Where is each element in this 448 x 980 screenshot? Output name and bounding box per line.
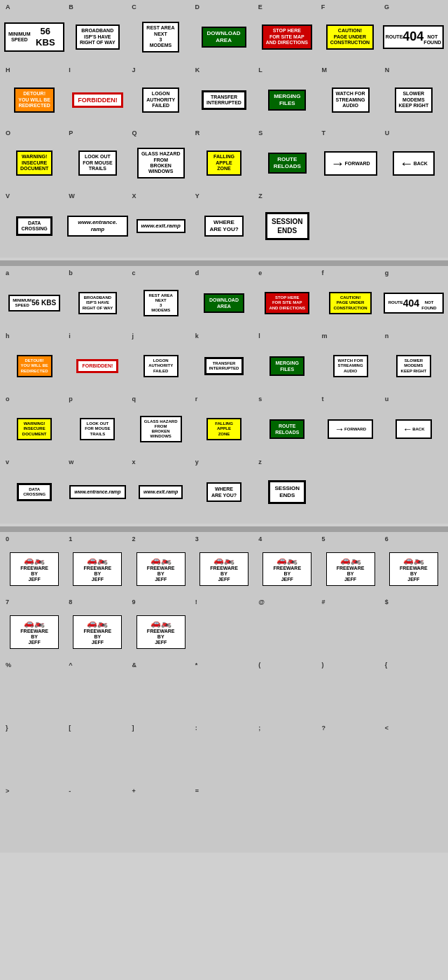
grid-cell[interactable]: 7 🚗🏍️ FREEWAREBYJEFF bbox=[3, 598, 66, 661]
grid-cell[interactable]: aMINIMUMSPEED56 KBS bbox=[3, 269, 66, 332]
grid-cell[interactable]: YWHEREARE YOU? bbox=[192, 192, 255, 255]
cell-label: T bbox=[321, 130, 326, 136]
grid-cell[interactable]: Wwww.entrance.ramp bbox=[66, 192, 129, 255]
cell-label: t bbox=[321, 396, 323, 402]
grid-cell[interactable]: nSLOWERMODEMSKEEP RIGHT bbox=[382, 332, 445, 395]
grid-cell[interactable]: ESTOP HEREFOR SITE MAPAND DIRECTIONS bbox=[255, 3, 318, 66]
sign-container: →FORWARD bbox=[320, 396, 380, 456]
grid-cell[interactable]: OWARNING!INSECUREDOCUMENT bbox=[3, 129, 66, 192]
grid-cell[interactable]: kTRANSFERINTERRUPTED bbox=[192, 332, 255, 395]
grid-cell[interactable]: hDETOUR!YOU WILL BEREDIRECTED bbox=[3, 332, 66, 395]
grid-cell[interactable]: NSLOWERMODEMSKEEP RIGHT bbox=[382, 66, 445, 129]
grid-cell: - bbox=[66, 787, 129, 850]
grid-cell[interactable]: oWARNING!INSECUREDOCUMENT bbox=[3, 395, 66, 458]
grid-cell[interactable]: eSTOP HEREFOR SITE MAPAND DIRECTIONS bbox=[255, 269, 318, 332]
grid-cell[interactable]: fCAUTION!PAGE UNDERCONSTRUCTION bbox=[318, 269, 382, 332]
grid-cell: ; bbox=[255, 724, 318, 787]
grid-cell[interactable]: 0 🚗🏍️ FREEWAREBYJEFF bbox=[3, 535, 66, 598]
grid-cell[interactable]: JLOGONAUTHORITYFAILED bbox=[130, 66, 192, 129]
grid-cell[interactable]: 8 🚗🏍️ FREEWAREBYJEFF bbox=[66, 598, 129, 661]
grid-cell[interactable]: SROUTERELOADS bbox=[255, 129, 318, 192]
sign-container: 🚗🏍️ FREEWAREBYJEFF bbox=[131, 599, 191, 659]
grid-cell[interactable]: lMERGINGFILES bbox=[255, 332, 318, 395]
grid-cell[interactable]: yWHEREARE YOU? bbox=[192, 458, 255, 521]
grid-cell[interactable]: KTRANSFERINTERRUPTED bbox=[192, 66, 255, 129]
grid-cell[interactable]: dDOWNLOADAREA bbox=[192, 269, 255, 332]
cell-label: C bbox=[132, 4, 136, 10]
grid-cell[interactable]: wwww.entrance.ramp bbox=[66, 458, 129, 521]
cell-label: E bbox=[258, 4, 262, 10]
grid-cell[interactable]: T→FORWARD bbox=[318, 129, 382, 192]
sign-container bbox=[67, 725, 127, 785]
sign-container: LOOK OUTFOR MOUSETRAILS bbox=[67, 130, 127, 190]
sign-container: CAUTION!PAGE UNDERCONSTRUCTION bbox=[320, 4, 380, 64]
grid-cell[interactable]: gROUTE404NOT FOUND bbox=[382, 269, 445, 332]
grid-cell[interactable]: zSESSIONENDS bbox=[255, 458, 318, 521]
cell-label: q bbox=[132, 396, 136, 402]
grid-cell[interactable]: U←BACK bbox=[382, 129, 445, 192]
grid-cell[interactable]: Xwww.exit.ramp bbox=[130, 192, 192, 255]
grid-cell[interactable]: vDATACROSSING bbox=[3, 458, 66, 521]
cell-label: J bbox=[132, 67, 136, 74]
grid-cell[interactable]: u←BACK bbox=[382, 395, 445, 458]
sign-container bbox=[194, 662, 254, 722]
grid-cell bbox=[382, 192, 445, 255]
grid-row: AMINIMUMSPEED56 KBSBBROADBANDISP'S HAVER… bbox=[3, 3, 445, 66]
grid-cell: } bbox=[3, 724, 66, 787]
cell-label: @ bbox=[258, 599, 265, 606]
grid-cell[interactable]: 4 🚗🏍️ FREEWAREBYJEFF bbox=[255, 535, 318, 598]
grid-cell: ^ bbox=[66, 661, 129, 724]
grid-cell[interactable]: MWATCH FORSTREAMINGAUDIO bbox=[318, 66, 382, 129]
grid-cell[interactable]: jLOGONAUTHORITYFAILED bbox=[130, 332, 192, 395]
grid-cell bbox=[382, 458, 445, 521]
grid-cell[interactable]: 9 🚗🏍️ FREEWAREBYJEFF bbox=[130, 598, 192, 661]
grid-cell[interactable]: t→FORWARD bbox=[318, 395, 382, 458]
grid-cell[interactable]: IFORBIDDEN! bbox=[66, 66, 129, 129]
grid-cell[interactable]: ZSESSIONENDS bbox=[255, 192, 318, 255]
sign-container bbox=[384, 193, 444, 253]
grid-cell[interactable]: 6 🚗🏍️ FREEWAREBYJEFF bbox=[382, 535, 445, 598]
grid-cell[interactable]: 5 🚗🏍️ FREEWAREBYJEFF bbox=[318, 535, 382, 598]
grid-cell[interactable]: DDOWNLOADAREA bbox=[192, 3, 255, 66]
cell-label: N bbox=[385, 67, 390, 74]
grid-cell[interactable]: mWATCH FORSTREAMINGAUDIO bbox=[318, 332, 382, 395]
grid-cell[interactable]: 2 🚗🏍️ FREEWAREBYJEFF bbox=[130, 535, 192, 598]
grid-cell[interactable]: qGLASS HAZARDFROMBROKENWINDOWS bbox=[130, 395, 192, 458]
cell-label: $ bbox=[385, 599, 388, 606]
grid-cell[interactable]: PLOOK OUTFOR MOUSETRAILS bbox=[66, 129, 129, 192]
grid-cell[interactable]: BBROADBANDISP'S HAVERIGHT OF WAY bbox=[66, 3, 129, 66]
sign-container: WARNING!INSECUREDOCUMENT bbox=[4, 130, 64, 190]
cell-label: 6 bbox=[385, 536, 388, 542]
sign-container bbox=[320, 788, 380, 848]
grid-cell[interactable]: VDATACROSSING bbox=[3, 192, 66, 255]
grid-cell[interactable]: CREST AREANEXT3MODEMS bbox=[129, 3, 192, 66]
grid-cell[interactable]: iFORBIDDEN! bbox=[66, 332, 129, 395]
grid-cell[interactable]: 3 🚗🏍️ FREEWAREBYJEFF bbox=[192, 535, 255, 598]
sign-container: TRANSFERINTERRUPTED bbox=[194, 67, 254, 127]
cell-label: F bbox=[321, 4, 326, 10]
grid-row: VDATACROSSINGWwww.entrance.rampXwww.exit… bbox=[3, 192, 445, 255]
grid-cell bbox=[382, 787, 445, 850]
grid-cell: ! bbox=[192, 598, 255, 661]
grid-cell[interactable]: LMERGINGFILES bbox=[255, 66, 318, 129]
cell-label: V bbox=[6, 193, 10, 200]
grid-cell[interactable]: RFALLINGAPPLEZONE bbox=[192, 129, 255, 192]
grid-cell: @ bbox=[255, 598, 318, 661]
grid-cell[interactable]: QGLASS HAZARDFROMBROKENWINDOWS bbox=[130, 129, 192, 192]
grid-cell[interactable]: GROUTE404NOT FOUND bbox=[382, 3, 445, 66]
grid-cell[interactable]: FCAUTION!PAGE UNDERCONSTRUCTION bbox=[318, 3, 382, 66]
grid-cell[interactable]: xwww.exit.ramp bbox=[130, 458, 192, 521]
grid-cell[interactable]: bBROADBANDISP'S HAVERIGHT OF WAY bbox=[66, 269, 129, 332]
grid-cell[interactable]: cREST AREANEXT3MODEMS bbox=[130, 269, 192, 332]
grid-cell[interactable]: sROUTERELOADS bbox=[255, 395, 318, 458]
grid-row: 0 🚗🏍️ FREEWAREBYJEFF 1 🚗🏍️ FREEWAREBYJEF… bbox=[3, 535, 445, 598]
sign-container bbox=[257, 662, 317, 722]
grid-cell[interactable]: AMINIMUMSPEED56 KBS bbox=[3, 3, 66, 66]
grid-cell[interactable]: HDETOUR!YOU WILL BEREDIRECTED bbox=[3, 66, 66, 129]
grid-cell[interactable]: 1 🚗🏍️ FREEWAREBYJEFF bbox=[66, 535, 129, 598]
grid-cell[interactable]: rFALLINGAPPLEZONE bbox=[192, 395, 255, 458]
cell-label: h bbox=[6, 333, 10, 340]
grid-cell[interactable]: pLOOK OUTFOR MOUSETRAILS bbox=[66, 395, 129, 458]
cell-label: > bbox=[6, 788, 9, 794]
grid-cell: ) bbox=[318, 661, 382, 724]
